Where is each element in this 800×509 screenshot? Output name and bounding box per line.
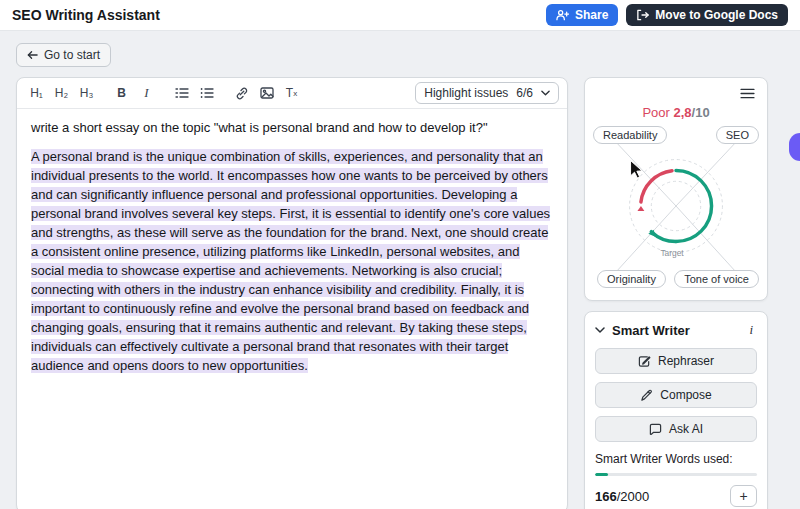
editor-prompt-text: write a short essay on the topic "what i… bbox=[31, 119, 553, 138]
score-rating-label: Poor bbox=[642, 105, 669, 120]
editor-content[interactable]: write a short essay on the topic "what i… bbox=[17, 109, 567, 509]
header-actions: Share Move to Google Docs bbox=[546, 4, 788, 26]
right-sidebar: Poor 2,8/10 bbox=[584, 77, 768, 509]
ordered-list-button[interactable] bbox=[170, 82, 193, 104]
hamburger-menu-icon[interactable] bbox=[740, 88, 755, 99]
words-used-footer: 166/2000 + bbox=[595, 485, 757, 507]
highlight-issues-label: Highlight issues bbox=[424, 86, 508, 100]
unordered-list-button[interactable] bbox=[195, 82, 218, 104]
sidebar-toggle-handle[interactable] bbox=[789, 133, 800, 161]
radar-gauge-graphic: Target bbox=[593, 122, 759, 290]
compose-button[interactable]: Compose bbox=[595, 382, 757, 408]
words-used-count: 166/2000 bbox=[595, 489, 649, 504]
editor-essay-paragraph: A personal brand is the unique combinati… bbox=[31, 148, 553, 376]
main-area: H₁ H₂ H₃ B I bbox=[0, 77, 800, 509]
share-button[interactable]: Share bbox=[546, 4, 618, 26]
go-to-start-button[interactable]: Go to start bbox=[16, 43, 111, 67]
axis-button-seo[interactable]: SEO bbox=[716, 126, 759, 144]
chat-bubble-icon bbox=[649, 423, 662, 436]
italic-button[interactable]: I bbox=[135, 82, 158, 104]
words-used-value: 166 bbox=[595, 489, 617, 504]
score-radar-chart: Target Readability SEO Originality Tone … bbox=[593, 122, 759, 290]
chevron-down-icon bbox=[541, 90, 550, 96]
clear-format-t: T bbox=[286, 86, 293, 100]
clear-format-x: x bbox=[293, 89, 297, 98]
axis-button-readability[interactable]: Readability bbox=[593, 126, 667, 144]
words-used-progressbar bbox=[595, 473, 757, 476]
link-icon-button[interactable] bbox=[230, 82, 253, 104]
highlight-issues-dropdown[interactable]: Highlight issues 6/6 bbox=[415, 82, 559, 104]
page-title: SEO Writing Assistant bbox=[12, 7, 160, 23]
words-used-label: Smart Writer Words used: bbox=[595, 452, 757, 466]
share-person-plus-icon bbox=[556, 9, 569, 21]
info-icon[interactable]: i bbox=[745, 322, 757, 338]
rephraser-pencil-square-icon bbox=[638, 355, 651, 368]
heading2-button[interactable]: H₂ bbox=[50, 82, 73, 104]
add-words-button[interactable]: + bbox=[730, 485, 757, 507]
words-total-value: /2000 bbox=[617, 489, 650, 504]
image-icon-button[interactable] bbox=[255, 82, 278, 104]
smart-writer-title: Smart Writer bbox=[612, 323, 690, 338]
compose-pen-icon bbox=[640, 389, 653, 402]
move-to-google-docs-button[interactable]: Move to Google Docs bbox=[626, 4, 788, 26]
score-value: 2,8 bbox=[673, 105, 691, 120]
editor-toolbar: H₁ H₂ H₃ B I bbox=[17, 78, 567, 109]
go-to-start-label: Go to start bbox=[44, 48, 100, 62]
export-icon bbox=[636, 9, 649, 21]
clear-formatting-button[interactable]: Tx bbox=[280, 82, 303, 104]
chevron-down-icon bbox=[595, 327, 605, 333]
target-label: Target bbox=[660, 248, 684, 258]
highlighted-essay-text: A personal brand is the unique combinati… bbox=[31, 149, 550, 373]
smart-writer-header[interactable]: Smart Writer i bbox=[595, 322, 757, 338]
overall-score: Poor 2,8/10 bbox=[593, 105, 759, 120]
score-card: Poor 2,8/10 bbox=[584, 77, 768, 301]
heading1-button[interactable]: H₁ bbox=[25, 82, 48, 104]
ask-ai-button[interactable]: Ask AI bbox=[595, 416, 757, 442]
heading3-button[interactable]: H₃ bbox=[75, 82, 98, 104]
editor-card: H₁ H₂ H₃ B I bbox=[16, 77, 568, 509]
smart-writer-card: Smart Writer i Rephraser bbox=[584, 311, 768, 509]
subheader: Go to start bbox=[0, 31, 800, 77]
rephraser-label: Rephraser bbox=[658, 354, 714, 368]
axis-button-originality[interactable]: Originality bbox=[597, 270, 666, 288]
compose-label: Compose bbox=[660, 388, 711, 402]
score-max: /10 bbox=[692, 105, 710, 120]
bold-button[interactable]: B bbox=[110, 82, 133, 104]
arrow-left-icon bbox=[27, 50, 38, 60]
app-header: SEO Writing Assistant Share Move to Goog bbox=[0, 0, 800, 31]
ask-ai-label: Ask AI bbox=[669, 422, 703, 436]
rephraser-button[interactable]: Rephraser bbox=[595, 348, 757, 374]
share-button-label: Share bbox=[575, 8, 608, 22]
axis-button-tone-of-voice[interactable]: Tone of voice bbox=[674, 270, 759, 288]
words-used-progress-fill bbox=[595, 473, 608, 476]
highlight-issues-count: 6/6 bbox=[516, 86, 533, 100]
score-card-menu-row bbox=[593, 84, 759, 99]
move-button-label: Move to Google Docs bbox=[655, 8, 778, 22]
